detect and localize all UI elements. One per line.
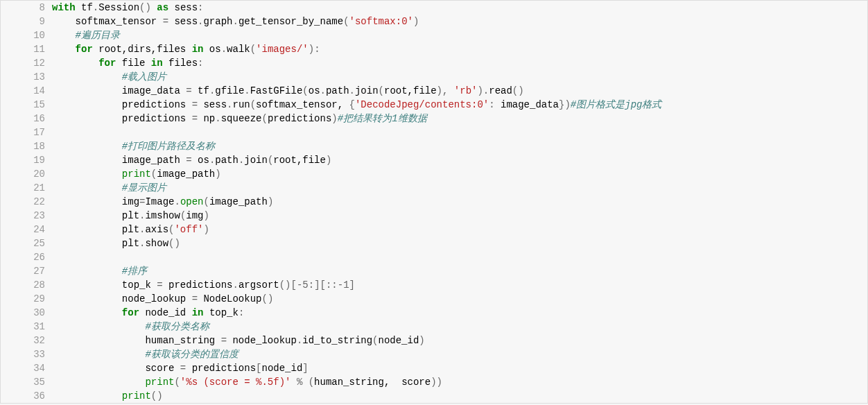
code-line: score = predictions[node_id] xyxy=(52,361,867,375)
code-line: #打印图片路径及名称 xyxy=(52,139,867,153)
line-number: 21 xyxy=(1,181,45,195)
line-number: 25 xyxy=(1,236,45,250)
line-number: 30 xyxy=(1,306,45,320)
code-line: with tf.Session() as sess: xyxy=(52,1,867,15)
code-line: #显示图片 xyxy=(52,181,867,195)
code-line xyxy=(52,250,867,264)
line-number: 22 xyxy=(1,195,45,209)
code-line: softmax_tensor = sess.graph.get_tensor_b… xyxy=(52,15,867,28)
line-number: 9 xyxy=(1,15,45,28)
line-number: 19 xyxy=(1,153,45,167)
code-line: for file in files: xyxy=(52,56,867,70)
code-line: predictions = np.squeeze(predictions)#把结… xyxy=(52,112,867,126)
line-number: 16 xyxy=(1,112,45,126)
code-line: plt.imshow(img) xyxy=(52,209,867,223)
line-number: 8 xyxy=(1,1,45,15)
line-number: 31 xyxy=(1,320,45,334)
line-number: 13 xyxy=(1,70,45,84)
code-line: print() xyxy=(52,389,867,403)
line-number: 24 xyxy=(1,223,45,236)
code-line: #获取分类名称 xyxy=(52,320,867,334)
code-line xyxy=(52,126,867,139)
line-number: 28 xyxy=(1,278,45,292)
code-line: top_k = predictions.argsort()[-5:][::-1] xyxy=(52,278,867,292)
line-number: 36 xyxy=(1,389,45,403)
code-line: img=Image.open(image_path) xyxy=(52,195,867,209)
code-editor: 8910111213141516171819202122232425262728… xyxy=(0,0,868,404)
line-number: 18 xyxy=(1,139,45,153)
line-number: 11 xyxy=(1,42,45,56)
code-line: image_data = tf.gfile.FastGFile(os.path.… xyxy=(52,84,867,98)
line-number: 12 xyxy=(1,56,45,70)
code-line: for node_id in top_k: xyxy=(52,306,867,320)
line-number: 33 xyxy=(1,347,45,361)
line-number: 34 xyxy=(1,361,45,375)
line-number: 26 xyxy=(1,250,45,264)
line-number: 14 xyxy=(1,84,45,98)
code-line: node_lookup = NodeLookup() xyxy=(52,292,867,306)
code-line: #载入图片 xyxy=(52,70,867,84)
code-line: print('%s (score = %.5f)' % (human_strin… xyxy=(52,375,867,389)
code-line: predictions = sess.run(softmax_tensor, {… xyxy=(52,98,867,112)
line-number: 35 xyxy=(1,375,45,389)
code-line: plt.axis('off') xyxy=(52,223,867,236)
line-number: 23 xyxy=(1,209,45,223)
line-number: 15 xyxy=(1,98,45,112)
code-line: #获取该分类的置信度 xyxy=(52,347,867,361)
code-line: image_path = os.path.join(root,file) xyxy=(52,153,867,167)
line-number: 10 xyxy=(1,28,45,42)
code-line: for root,dirs,files in os.walk('images/'… xyxy=(52,42,867,56)
line-number: 17 xyxy=(1,126,45,139)
code-line: #排序 xyxy=(52,264,867,278)
code-line: #遍历目录 xyxy=(52,28,867,42)
code-line: plt.show() xyxy=(52,236,867,250)
code-line: print(image_path) xyxy=(52,167,867,181)
line-number-gutter: 8910111213141516171819202122232425262728… xyxy=(1,1,49,403)
line-number: 32 xyxy=(1,334,45,347)
code-area[interactable]: with tf.Session() as sess: softmax_tenso… xyxy=(49,1,867,403)
line-number: 27 xyxy=(1,264,45,278)
line-number: 20 xyxy=(1,167,45,181)
code-line: human_string = node_lookup.id_to_string(… xyxy=(52,334,867,347)
line-number: 29 xyxy=(1,292,45,306)
